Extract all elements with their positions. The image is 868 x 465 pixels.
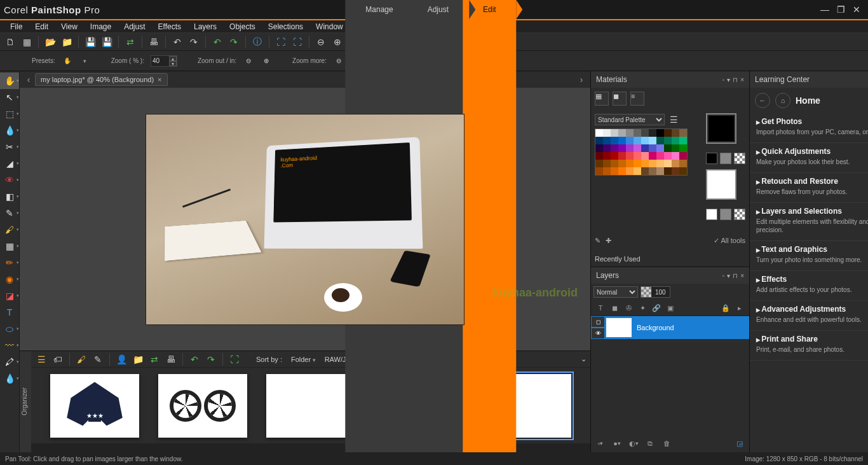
home-icon[interactable]: ⌂ [775,93,790,108]
color-swatch[interactable] [649,129,656,137]
org-share-icon[interactable]: ⇄ [148,353,161,366]
pan-preset-icon[interactable]: ✋ [62,55,73,67]
panel-pin-icon[interactable]: ⊓ [733,76,738,83]
color-swatch[interactable] [626,144,634,152]
undo-icon[interactable]: ↶ [171,36,184,48]
color-swatch[interactable] [603,160,611,167]
mat-sq-2[interactable] [720,153,731,164]
color-swatch[interactable] [611,167,618,175]
color-swatch[interactable] [664,144,672,152]
color-swatch[interactable] [664,129,672,137]
dropper-tool[interactable]: 💧▾ [0,122,19,139]
undo2-icon[interactable]: ↶ [211,36,224,48]
clone-tool[interactable]: ✎▾ [0,205,19,221]
org-rotate-right-icon[interactable]: ↷ [205,353,217,366]
preset-dropdown[interactable] [79,55,91,67]
color-swatch[interactable] [618,144,626,152]
color-swatch[interactable] [595,129,603,137]
color-swatch[interactable] [611,129,618,137]
color-swatch[interactable] [679,144,687,152]
text-tool[interactable]: T [0,304,19,321]
org-list-icon[interactable]: ☰ [35,353,48,366]
color-swatch[interactable] [595,137,603,144]
learning-section[interactable]: Retouch and RestoreRemove flaws from you… [750,173,868,203]
color-swatch[interactable] [679,137,687,144]
color-swatch[interactable] [664,137,672,144]
color-swatch[interactable] [656,137,664,144]
panel-close-icon[interactable]: × [740,76,744,83]
color-swatch[interactable] [595,167,603,175]
color-swatch[interactable] [664,152,672,160]
menu-layers[interactable]: Layers [187,22,223,31]
color-swatch[interactable] [641,129,649,137]
pan-tool[interactable]: ✋▾ [0,73,19,89]
grid-icon[interactable]: ▦ [20,36,33,48]
color-swatch[interactable] [641,137,649,144]
color-swatch[interactable] [649,144,656,152]
menu-adjust[interactable]: Adjust [118,22,151,31]
color-swatch[interactable] [595,144,603,152]
back-icon[interactable]: ← [755,93,770,108]
share-icon[interactable]: ⇄ [124,36,137,48]
learning-section-heading[interactable]: Advanced Adjustments [756,305,868,314]
opacity-control[interactable]: 100 [641,286,670,298]
color-swatch[interactable] [634,167,641,175]
blend-mode-select[interactable]: Normal [593,286,638,298]
learning-section-heading[interactable]: Layers and Selections [756,207,868,216]
redo2-icon[interactable]: ↷ [227,36,240,48]
layer-eye-icon[interactable]: 👁 [592,328,604,338]
zoom-out-icon[interactable]: ⊖ [315,36,327,48]
color-swatch[interactable] [618,129,626,137]
color-swatch[interactable] [634,137,641,144]
color-swatch[interactable] [611,160,618,167]
color-swatch[interactable] [595,152,603,160]
selection-tool[interactable]: ⬚▾ [0,106,19,122]
eraser-tool[interactable]: ◪▾ [0,288,19,304]
color-swatch[interactable] [672,152,679,160]
org-tags-icon[interactable]: 🏷 [51,353,64,366]
learning-section-heading[interactable]: Get Photos [756,117,868,126]
layer-new-icon[interactable]: T [593,302,607,314]
fit-icon[interactable]: ⛶ [275,36,287,48]
color-swatch[interactable] [626,137,634,144]
learning-section[interactable]: Advanced AdjustmentsEnhance and edit wit… [750,301,868,331]
eyedropper-icon[interactable]: ✎ [595,237,600,245]
color-swatch[interactable] [656,129,664,137]
color-swatch[interactable] [603,129,611,137]
zoom-in2-icon[interactable]: ⊕ [261,55,272,67]
learning-section[interactable]: Layers and SelectionsEdit multiple eleme… [750,203,868,241]
open-icon[interactable]: 📂 [44,36,57,48]
color-swatch[interactable] [634,129,641,137]
redo-icon[interactable]: ↷ [187,36,200,48]
thumb-3[interactable] [266,374,355,438]
menu-objects[interactable]: Objects [223,22,262,31]
palette-list-icon[interactable]: ☰ [667,113,680,126]
color-swatch[interactable] [618,167,626,175]
zoom-value-field[interactable] [151,57,169,64]
color-swatches[interactable] [595,128,688,176]
layers-close-icon[interactable]: × [740,272,744,279]
swatch-mode-1[interactable]: ▦ [595,92,609,106]
color-swatch[interactable] [649,160,656,167]
color-swatch[interactable] [641,144,649,152]
panel-dropdown-icon[interactable]: ▾ [727,76,730,83]
org-rotate-left-icon[interactable]: ↶ [188,353,201,366]
menu-selections[interactable]: Selections [262,22,309,31]
foreground-swatch[interactable] [706,113,736,144]
color-swatch[interactable] [603,137,611,144]
zoom-out2-icon[interactable]: ⊖ [243,55,254,67]
all-tools-label[interactable]: All tools [721,237,745,244]
thumb-2[interactable] [158,374,247,438]
mat-sq-5[interactable] [720,209,731,220]
swatch-mode-3[interactable]: ≡ [630,92,644,106]
org-print-icon[interactable]: 🖶 [165,353,177,366]
canvas[interactable]: kuyhaa-android [20,88,590,350]
layer-adj-icon[interactable]: ✇ [621,302,635,314]
color-swatch[interactable] [649,137,656,144]
palette-select[interactable]: Standard Palette [595,114,665,125]
new-file-icon[interactable]: 🗋 [4,36,17,48]
menu-window[interactable]: Window [309,22,349,31]
color-swatch[interactable] [618,137,626,144]
smudge-tool[interactable]: 💧▾ [0,370,19,387]
color-swatch[interactable] [634,160,641,167]
